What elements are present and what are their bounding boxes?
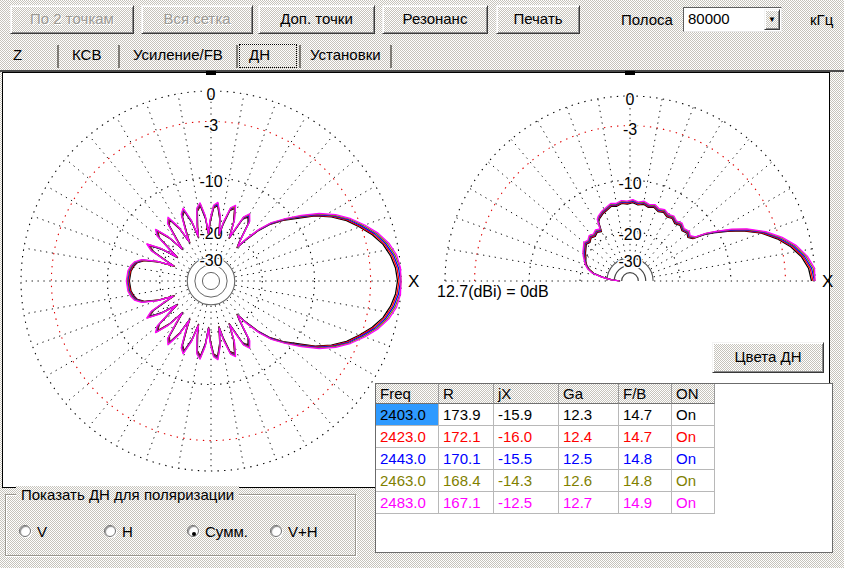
table-cell[interactable]: 12.6 [559,470,619,492]
table-row[interactable]: 2443.0170.1-15.512.514.8On [376,448,832,470]
tab-separator [236,45,238,68]
table-cell[interactable]: 172.1 [439,426,494,448]
table-cell[interactable]: 167.1 [439,492,494,514]
resonance-button[interactable]: Резонанс [382,5,488,34]
radio-circle-icon[interactable] [270,525,282,537]
table-cell[interactable]: On [672,470,715,492]
table-row[interactable]: 2403.0173.9-15.912.314.7On [376,404,832,426]
whole-grid-button: Вся сетка [141,5,253,34]
table-cell[interactable]: -15.9 [494,404,559,426]
table-cell[interactable]: 12.7 [559,492,619,514]
table-cell[interactable]: 14.7 [619,426,672,448]
tab-separator [299,45,301,68]
band-unit-label: кГц [810,11,833,28]
column-header[interactable]: Freq [376,384,439,404]
radio-label: Сумм. [205,523,248,540]
radio-label: V [37,523,47,540]
table-cell[interactable]: 173.9 [439,404,494,426]
tab-separator [118,45,120,68]
table-cell[interactable]: On [672,426,715,448]
chevron-down-icon[interactable]: ▼ [764,9,780,30]
print-button[interactable]: Печать [496,5,580,34]
table-cell[interactable]: 2483.0 [376,492,439,514]
column-header[interactable]: Ga [559,384,619,404]
table-cell[interactable]: 2403.0 [376,404,439,426]
extra-points-button[interactable]: Доп. точки [258,5,375,34]
table-cell[interactable]: -15.5 [494,448,559,470]
radio-circle-icon[interactable] [104,525,116,537]
table-cell[interactable]: 2443.0 [376,448,439,470]
table-row[interactable]: 2463.0168.4-14.312.614.8On [376,470,832,492]
column-header[interactable]: R [439,384,494,404]
tab-ksv[interactable]: КСВ [72,46,101,68]
table-cell[interactable]: 2463.0 [376,470,439,492]
table-cell[interactable]: 14.9 [619,492,672,514]
table-cell[interactable]: 170.1 [439,448,494,470]
tab-underline [0,70,844,72]
polarization-title: Показать ДН для поляризации [16,486,239,503]
tab-z[interactable]: Z [13,46,22,68]
band-combobox[interactable]: 80000 ▼ [683,7,782,32]
table-cell[interactable]: 14.8 [619,470,672,492]
table-cell[interactable]: 12.4 [559,426,619,448]
table-cell[interactable]: 14.8 [619,448,672,470]
table-cell[interactable]: On [672,492,715,514]
radio-label: H [122,523,133,540]
table-cell[interactable]: -12.5 [494,492,559,514]
table-cell[interactable]: 168.4 [439,470,494,492]
table-cell[interactable]: On [672,448,715,470]
table-cell[interactable]: -16.0 [494,426,559,448]
column-header[interactable]: jX [494,384,559,404]
gain-reference-label: 12.7(dBi) = 0dB [437,283,549,301]
table-cell[interactable]: 12.3 [559,404,619,426]
tab-dn[interactable]: ДН [249,46,270,68]
table-row[interactable]: 2423.0172.1-16.012.414.7On [376,426,832,448]
table-row[interactable]: 2483.0167.1-12.512.714.9On [376,492,832,514]
by-2-points-button: По 2 точкам [10,5,134,34]
tab-gain-fb[interactable]: Усиление/FB [133,46,223,68]
column-header[interactable]: F/B [619,384,672,404]
column-header[interactable]: ON [672,384,715,404]
freq-table[interactable]: FreqRjXGaF/BON2403.0173.9-15.912.314.7On… [375,383,833,553]
tab-separator [57,45,59,68]
pattern-colors-button[interactable]: Цвета ДН [712,342,824,373]
band-value[interactable]: 80000 [688,10,730,27]
tab-separator [390,45,392,68]
radio-selected-dot [192,532,196,536]
radio-label: V+H [288,523,318,540]
radio-circle-icon[interactable] [19,525,31,537]
table-header-row: FreqRjXGaF/BON [376,384,832,404]
table-cell[interactable]: 14.7 [619,404,672,426]
table-cell[interactable]: 12.5 [559,448,619,470]
radio-circle-icon[interactable] [187,525,199,537]
table-cell[interactable]: On [672,404,715,426]
tab-setup[interactable]: Установки [310,46,381,68]
table-cell[interactable]: -14.3 [494,470,559,492]
band-label: Полоса [621,11,673,28]
polarization-groupbox: Показать ДН для поляризации VHСумм.V+H [5,494,356,556]
table-cell[interactable]: 2423.0 [376,426,439,448]
